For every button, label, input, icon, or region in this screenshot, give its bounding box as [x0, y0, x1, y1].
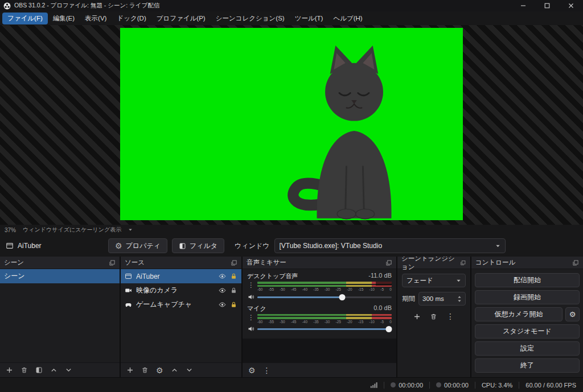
filters-button[interactable]: フィルタ	[172, 238, 224, 253]
sources-dock: ソース AiTuber 映像のカメラ ゲームキャプ	[121, 257, 241, 377]
window-title: OBS 31.0.2 - プロファイル: 無題 - シーン: ライブ配信	[14, 2, 511, 10]
close-button[interactable]	[559, 0, 583, 11]
volume-slider-handle[interactable]	[339, 294, 345, 300]
spin-up-icon[interactable]	[457, 295, 462, 299]
preview-scale-control[interactable]: 37% ウィンドウサイズにスケーリング表示	[0, 225, 583, 235]
popout-icon[interactable]	[385, 259, 392, 266]
start-virtualcam-button[interactable]: 仮想カメラ開始	[475, 307, 563, 321]
volume-slider[interactable]	[257, 294, 392, 300]
spin-down-icon[interactable]	[457, 299, 462, 303]
speaker-icon[interactable]	[248, 325, 254, 332]
record-time-value: 00:00:00	[444, 382, 469, 389]
status-bar: 00:00:00 00:00:00 CPU: 3.4% 60.00 / 60.0…	[0, 377, 583, 392]
scene-item[interactable]: シーン	[0, 269, 120, 283]
sources-dock-header[interactable]: ソース	[121, 257, 241, 269]
menu-help[interactable]: ヘルプ(H)	[328, 13, 367, 24]
gear-icon: ⚙	[115, 242, 122, 250]
menu-bar: ファイル(F) 編集(E) 表示(V) ドック(D) プロファイル(P) シーン…	[0, 11, 583, 25]
lock-icon[interactable]	[230, 287, 237, 294]
controls-body: 配信開始 録画開始 仮想カメラ開始 ⚙ スタジオモード 設定 終了	[471, 269, 583, 377]
menu-view[interactable]: 表示(V)	[80, 13, 112, 24]
remove-scene-button[interactable]	[20, 366, 28, 374]
visibility-eye-icon[interactable]	[219, 273, 226, 280]
add-scene-button[interactable]	[6, 366, 13, 374]
statusbar-divider	[384, 382, 384, 389]
popout-icon[interactable]	[572, 259, 579, 266]
duration-label: 期間	[402, 295, 415, 303]
add-transition-button[interactable]	[413, 313, 421, 320]
speaker-icon[interactable]	[248, 294, 254, 300]
duration-value: 300 ms	[422, 295, 457, 302]
lock-icon[interactable]	[230, 301, 237, 308]
popout-icon[interactable]	[231, 259, 237, 266]
window-select[interactable]: [VTube Studio.exe]: VTube Studio	[274, 238, 506, 253]
source-item-gamecapture[interactable]: ゲームキャプチャ	[121, 298, 241, 312]
properties-button[interactable]: ⚙ プロパティ	[108, 238, 167, 253]
zoom-percent: 37%	[5, 227, 16, 233]
channel-menu-icon[interactable]: ⋮	[248, 282, 254, 289]
move-scene-up-button[interactable]	[50, 366, 58, 374]
controls-dock-title: コントロール	[475, 258, 515, 267]
remove-source-button[interactable]	[141, 366, 149, 374]
source-properties-gear-icon[interactable]: ⚙	[156, 366, 163, 374]
chevron-down-icon	[456, 278, 461, 283]
menu-profile[interactable]: プロファイル(P)	[151, 13, 211, 24]
transitions-dock-header[interactable]: シーントランジション	[397, 257, 470, 269]
preview-area[interactable]	[0, 25, 583, 225]
chevron-down-icon[interactable]	[128, 228, 133, 232]
window-select-value: [VTube Studio.exe]: VTube Studio	[280, 242, 496, 250]
settings-button[interactable]: 設定	[475, 341, 580, 356]
popout-icon[interactable]	[460, 259, 466, 266]
volume-meter	[257, 282, 392, 287]
menu-tools[interactable]: ツール(T)	[290, 13, 329, 24]
menu-edit[interactable]: 編集(E)	[48, 13, 80, 24]
preview-canvas[interactable]	[120, 28, 463, 220]
channel-db-value: 0.0 dB	[373, 304, 392, 313]
move-source-down-button[interactable]	[186, 366, 193, 374]
duration-spinbox[interactable]: 300 ms	[418, 292, 466, 306]
menu-docks[interactable]: ドック(D)	[112, 13, 151, 24]
minimize-button[interactable]	[511, 0, 535, 11]
volume-slider-handle[interactable]	[386, 326, 392, 332]
scene-filters-button[interactable]	[35, 366, 43, 374]
studio-mode-button[interactable]: スタジオモード	[475, 324, 580, 339]
menu-file[interactable]: ファイル(F)	[2, 13, 48, 24]
volume-slider[interactable]	[257, 325, 392, 332]
start-recording-button[interactable]: 録画開始	[475, 290, 580, 304]
transition-select[interactable]: フェード	[402, 274, 466, 287]
mixer-channel-desktop: デスクトップ音声 -11.0 dB ⋮ -60-	[247, 272, 392, 300]
volume-meter	[257, 314, 392, 319]
virtualcam-config-button[interactable]: ⚙	[565, 307, 580, 321]
filter-icon	[179, 242, 186, 250]
maximize-button[interactable]	[535, 0, 559, 11]
lock-icon[interactable]	[230, 273, 237, 280]
source-item-camera[interactable]: 映像のカメラ	[121, 283, 241, 298]
popout-icon[interactable]	[109, 259, 116, 266]
transition-menu-icon[interactable]: ⋮	[446, 312, 454, 320]
title-bar[interactable]: OBS 31.0.2 - プロファイル: 無題 - シーン: ライブ配信	[0, 0, 583, 11]
window-field-label: ウィンドウ	[235, 241, 269, 251]
visibility-eye-icon[interactable]	[219, 287, 226, 294]
transition-select-value: フェード	[407, 277, 456, 285]
mixer-dock-header[interactable]: 音声ミキサー	[243, 257, 396, 269]
scenes-dock-header[interactable]: シーン	[0, 257, 120, 269]
channel-name: デスクトップ音声	[247, 272, 298, 280]
advanced-audio-gear-icon[interactable]: ⚙	[248, 366, 256, 374]
remove-transition-button[interactable]	[430, 313, 437, 320]
move-source-up-button[interactable]	[171, 366, 178, 374]
source-item-aituber[interactable]: AiTuber	[121, 269, 241, 283]
exit-button[interactable]: 終了	[475, 358, 580, 373]
mixer-menu-icon[interactable]: ⋮	[263, 366, 271, 374]
visibility-eye-icon[interactable]	[219, 301, 226, 308]
record-timer: 00:00:00	[436, 382, 469, 389]
menu-scene-collection[interactable]: シーンコレクション(S)	[211, 13, 290, 24]
move-scene-down-button[interactable]	[65, 366, 72, 374]
start-streaming-button[interactable]: 配信開始	[475, 273, 580, 287]
properties-label: プロパティ	[126, 241, 161, 251]
add-source-button[interactable]	[126, 366, 134, 374]
dock-row: シーン シーン ソース	[0, 257, 583, 377]
controls-dock-header[interactable]: コントロール	[471, 257, 583, 269]
channel-menu-icon[interactable]: ⋮	[248, 314, 254, 321]
obs-window: OBS 31.0.2 - プロファイル: 無題 - シーン: ライブ配信 ファイ…	[0, 0, 583, 392]
transitions-body: フェード 期間 300 ms ⋮	[397, 269, 470, 377]
